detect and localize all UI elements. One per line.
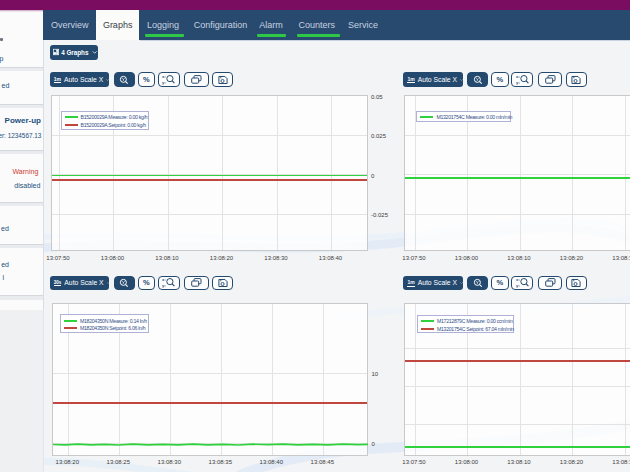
svg-text:y:: y: — [516, 81, 520, 86]
svg-text:x:: x: — [516, 74, 520, 79]
svg-text:x:: x: — [516, 278, 520, 283]
svg-text:x:: x: — [162, 74, 166, 79]
svg-text:y:: y: — [516, 284, 520, 289]
svg-text:y:: y: — [162, 284, 166, 289]
svg-text:y:: y: — [162, 81, 166, 86]
svg-text:x:: x: — [162, 278, 166, 283]
